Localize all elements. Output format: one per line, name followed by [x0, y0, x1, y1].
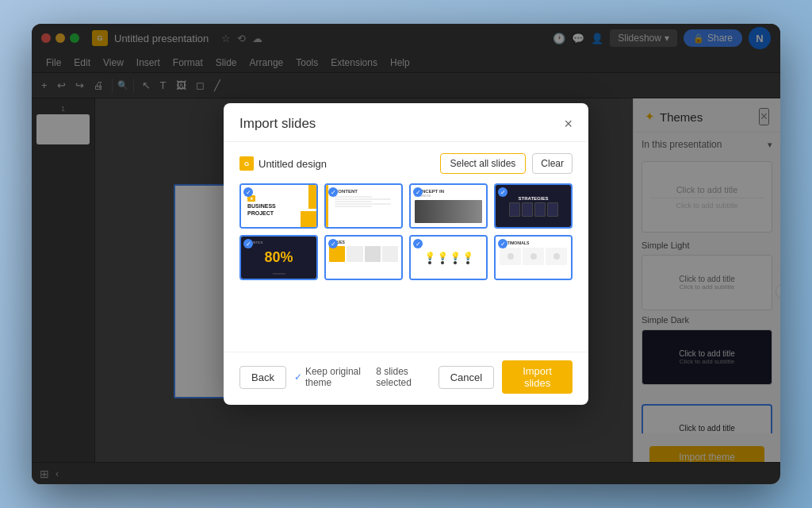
avatar-1	[508, 253, 514, 260]
slide-4-check: ✓	[498, 187, 508, 197]
slide-2-line	[335, 201, 372, 202]
bulb-icon-1: 💡	[425, 252, 435, 260]
slide-item-7[interactable]: 💡 💡 💡	[409, 235, 488, 280]
clear-button[interactable]: Clear	[532, 153, 573, 174]
slide-1-title: BUSINESSPROJECT	[247, 203, 276, 217]
slide-7-bulb-4: 💡	[463, 252, 473, 264]
slide-item-2[interactable]: CONTENT	[324, 183, 403, 229]
slide-6-item-4	[382, 246, 398, 262]
slide-2-line	[335, 196, 372, 198]
slide-4-card	[534, 202, 546, 217]
import-slides-modal: Import slides × G Untitled design Select…	[224, 103, 588, 405]
slide-item-3[interactable]: CONCEPT IN BUSINESS ✓	[409, 183, 488, 229]
slide-3-image	[415, 200, 482, 223]
modal-body: G Untitled design Select all slides Clea…	[224, 142, 588, 352]
bulb-dot-4	[466, 261, 469, 264]
slide-4-card	[522, 202, 533, 217]
modal-footer: Back ✓ Keep original theme 8 slides sele…	[224, 352, 588, 405]
slide-1-check: ✓	[243, 187, 253, 197]
slide-2-check: ✓	[328, 187, 338, 197]
slide-item-1[interactable]: ★ BUSINESSPROJECT ✓	[239, 183, 318, 229]
modal-overlay: Import slides × G Untitled design Select…	[32, 24, 780, 484]
slide-1-corner	[301, 211, 316, 227]
slides-grid: ★ BUSINESSPROJECT ✓	[239, 183, 573, 280]
bulb-icon-2: 💡	[438, 252, 447, 260]
slide-8-cards	[500, 248, 567, 265]
bulb-dot-2	[441, 261, 444, 264]
check-icon: ✓	[294, 371, 302, 383]
slide-4-title: STRATEGIES	[519, 196, 549, 201]
slide-1-corner2	[308, 185, 316, 209]
slide-4-card	[547, 202, 558, 217]
slide-6-item-2	[347, 246, 362, 262]
bulb-icon-4: 💡	[463, 252, 473, 260]
slide-2-line	[335, 203, 391, 205]
avatar-2	[530, 253, 537, 260]
slide-2-header: CONTENT	[335, 189, 397, 194]
select-all-button[interactable]: Select all slides	[440, 153, 527, 174]
slide-8-card-3	[546, 248, 567, 265]
slide-5-bottom-label: ━━━━━━━━	[241, 272, 316, 275]
modal-title: Import slides	[239, 116, 316, 132]
bulb-dot-1	[428, 261, 431, 264]
source-name: Untitled design	[259, 158, 327, 170]
slide-5-number: 80%	[264, 249, 293, 266]
modal-header: Import slides ×	[224, 103, 588, 142]
bulb-dot-3	[454, 261, 457, 264]
slide-item-6[interactable]: VALUES ✓	[324, 235, 403, 280]
source-icon: G	[239, 156, 254, 171]
keep-theme-option: ✓ Keep original theme	[294, 366, 368, 388]
modal-actions: Select all slides Clear	[440, 153, 573, 174]
slide-6-item-3	[365, 246, 381, 262]
slide-3-check: ✓	[413, 187, 423, 197]
slide-3-subtitle: BUSINESS	[415, 194, 482, 198]
avatar-3	[553, 253, 560, 260]
slide-7-bulb-3: 💡	[450, 252, 460, 264]
slide-6-item-1	[329, 246, 345, 262]
slides-selected-count: 8 slides selected	[376, 366, 431, 388]
back-button[interactable]: Back	[239, 366, 286, 389]
modal-close-button[interactable]: ×	[564, 117, 573, 131]
slide-2-line	[335, 206, 372, 207]
slide-8-title: TESTIMONIALS	[500, 241, 567, 245]
slide-item-8[interactable]: TESTIMONIALS ✓	[494, 235, 573, 280]
slide-8-card-1	[500, 248, 521, 265]
app-window: G Untitled presentation ☆ ⟲ ☁ 🕐 💬 👤 Slid…	[32, 24, 780, 484]
source-label: G Untitled design	[239, 156, 327, 171]
cancel-button[interactable]: Cancel	[439, 366, 494, 389]
bulb-icon-3: 💡	[450, 252, 460, 260]
source-header: G Untitled design Select all slides Clea…	[239, 153, 573, 174]
slide-item-4[interactable]: STRATEGIES ✓	[494, 183, 573, 229]
slide-2-line	[335, 198, 391, 200]
import-button[interactable]: Import slides	[502, 360, 573, 394]
keep-theme-label: Keep original theme	[305, 366, 368, 388]
slide-6-title: VALUES	[329, 240, 398, 244]
slide-2-lines	[335, 196, 397, 207]
slide-4-card	[509, 202, 520, 217]
slide-7-bulb-1: 💡	[425, 252, 435, 264]
slide-4-cards	[509, 202, 558, 217]
slide-item-5[interactable]: STATISTICS 80% ━━━━━━━━ ✓	[239, 235, 318, 280]
slide-7-bulb-2: 💡	[438, 252, 447, 264]
slide-6-items	[329, 246, 398, 262]
slide-8-card-2	[523, 248, 544, 265]
